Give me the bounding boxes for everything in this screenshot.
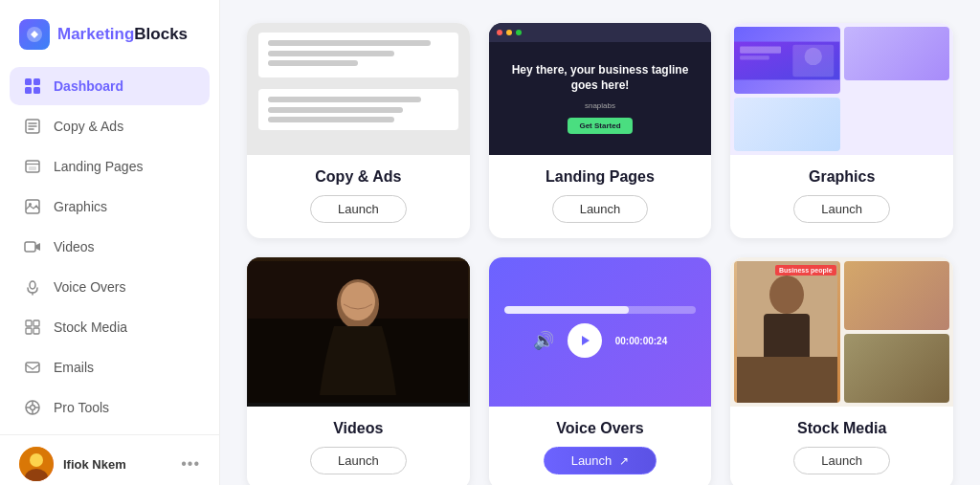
svg-rect-17 [26, 320, 32, 326]
svg-rect-44 [737, 357, 837, 403]
graphics-label: Graphics [54, 199, 107, 214]
card-graphics-launch[interactable]: Launch [793, 195, 890, 223]
vo-controls: 🔊 00:00:00:24 [533, 323, 667, 358]
volume-icon: 🔊 [533, 330, 554, 351]
stock-tag: Business people [775, 265, 836, 276]
dashboard-icon [23, 77, 42, 96]
sidebar-item-emails[interactable]: Emails [10, 348, 210, 386]
sidebar-item-dashboard[interactable]: Dashboard [10, 67, 210, 105]
vo-timestamp: 00:00:00:24 [615, 336, 667, 346]
stock-image-tertiary [844, 334, 949, 403]
card-videos-body: Videos Launch [247, 407, 470, 485]
svg-point-40 [341, 282, 375, 320]
svg-rect-11 [29, 166, 36, 170]
user-menu-button[interactable]: ••• [181, 455, 200, 473]
logo-icon [19, 19, 50, 50]
svg-rect-1 [25, 78, 32, 85]
landing-preview-content: Hey there, your business tagline goes he… [489, 42, 712, 155]
voice-overs-label: Voice Overs [54, 279, 125, 295]
svg-point-23 [31, 406, 35, 410]
card-graphics-preview [730, 23, 953, 155]
landing-pages-icon [23, 157, 42, 176]
svg-rect-21 [26, 363, 39, 372]
card-stock-media-title: Stock Media [797, 420, 886, 437]
card-graphics: Graphics Launch [730, 23, 953, 238]
svg-rect-20 [33, 328, 39, 334]
card-landing-pages-preview: Hey there, your business tagline goes he… [489, 23, 712, 155]
graphics-preview-left [844, 27, 949, 80]
landing-pages-label: Landing Pages [54, 159, 143, 174]
card-voice-overs-launch[interactable]: Launch ↗ [544, 447, 657, 474]
sidebar-item-pro-tools[interactable]: Pro Tools [10, 388, 210, 427]
vo-waveform [504, 306, 697, 314]
svg-rect-3 [25, 87, 32, 94]
stock-media-label: Stock Media [54, 320, 127, 335]
card-copy-ads-preview [247, 23, 470, 155]
card-copy-ads: Copy & Ads Launch [247, 23, 470, 238]
sidebar-navigation: Dashboard Copy & Ads Land [0, 67, 219, 427]
card-landing-pages: Hey there, your business tagline goes he… [489, 23, 712, 238]
user-name: Ifiok Nkem [63, 457, 171, 472]
card-voice-overs: 🔊 00:00:00:24 Voice Overs Launch ↗ [489, 257, 712, 485]
sidebar-footer: Ifiok Nkem ••• [0, 434, 219, 485]
sidebar-item-copy-ads[interactable]: Copy & Ads [10, 107, 210, 145]
card-videos-preview [247, 257, 470, 407]
svg-point-42 [769, 276, 804, 314]
card-videos-title: Videos [333, 420, 383, 437]
card-stock-media-launch[interactable]: Launch [793, 447, 890, 474]
sidebar-item-stock-media[interactable]: Stock Media [10, 308, 210, 346]
svg-rect-19 [26, 328, 32, 334]
card-stock-media-preview: Business people [730, 257, 953, 407]
card-graphics-body: Graphics Launch [730, 155, 953, 238]
svg-rect-14 [25, 242, 35, 252]
sidebar-item-landing-pages[interactable]: Landing Pages [10, 147, 210, 186]
pro-tools-label: Pro Tools [54, 400, 109, 415]
card-stock-media-body: Stock Media Launch [730, 407, 953, 485]
graphics-preview-right [734, 98, 839, 151]
card-voice-overs-preview: 🔊 00:00:00:24 [489, 257, 712, 407]
main-content: Copy & Ads Launch Hey there, your busine… [220, 0, 980, 485]
sidebar-item-voice-overs[interactable]: Voice Overs [10, 268, 210, 306]
emails-icon [23, 358, 42, 377]
card-videos: Videos Launch [247, 257, 470, 485]
card-voice-overs-title: Voice Overs [556, 420, 643, 437]
landing-sub: snaplabs [585, 101, 615, 110]
launch-arrow-icon: ↗ [619, 454, 629, 468]
videos-icon [23, 237, 42, 256]
logo: MarketingBlocks [0, 15, 219, 67]
svg-rect-2 [33, 78, 40, 85]
card-landing-pages-launch[interactable]: Launch [552, 195, 649, 223]
dashboard-label: Dashboard [54, 78, 123, 94]
card-copy-ads-title: Copy & Ads [315, 168, 401, 186]
svg-point-13 [29, 203, 32, 206]
card-copy-ads-launch[interactable]: Launch [310, 195, 407, 223]
browser-bar [489, 23, 712, 42]
card-videos-launch[interactable]: Launch [310, 447, 407, 474]
emails-label: Emails [54, 360, 94, 375]
sidebar: MarketingBlocks Dashboard [0, 0, 220, 485]
play-button[interactable] [568, 323, 602, 358]
stock-image-main: Business people [734, 261, 839, 403]
svg-point-29 [30, 453, 43, 467]
video-scene [247, 257, 470, 407]
voice-overs-icon [23, 277, 42, 297]
copy-ads-label: Copy & Ads [54, 119, 123, 134]
user-avatar [19, 447, 54, 481]
svg-rect-18 [33, 320, 39, 326]
stock-media-icon [23, 318, 42, 337]
card-landing-pages-title: Landing Pages [546, 168, 655, 186]
sidebar-item-graphics[interactable]: Graphics [10, 187, 210, 226]
card-graphics-title: Graphics [809, 168, 875, 186]
svg-rect-33 [740, 55, 769, 59]
card-copy-ads-body: Copy & Ads Launch [247, 155, 470, 238]
landing-cta: Get Started [568, 118, 632, 134]
logo-text: MarketingBlocks [57, 25, 188, 44]
sidebar-item-videos[interactable]: Videos [10, 228, 210, 266]
videos-label: Videos [54, 239, 95, 254]
pro-tools-icon [23, 398, 42, 417]
vo-waveform-fill [504, 306, 629, 314]
landing-headline: Hey there, your business tagline goes he… [499, 63, 702, 93]
graphics-icon [23, 197, 42, 216]
svg-point-15 [30, 281, 35, 289]
card-voice-overs-body: Voice Overs Launch ↗ [489, 407, 712, 485]
